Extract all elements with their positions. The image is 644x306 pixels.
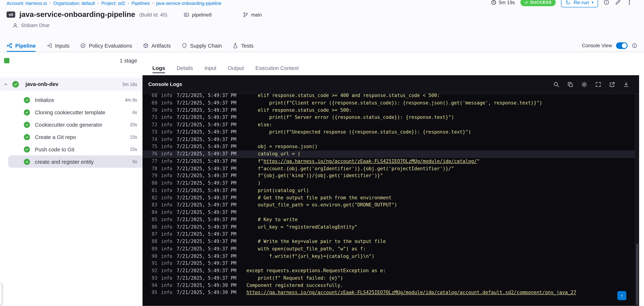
edit-icon[interactable] (615, 0, 621, 5)
collapse-chevron-icon[interactable] (3, 82, 8, 87)
step-create-a-git-repo[interactable]: Create a Git repo15s (0, 131, 142, 143)
log-tab-execution-context[interactable]: Execution Context (256, 65, 299, 75)
pipeline-tag: pipeline8 (184, 12, 212, 18)
log-message: # Get the output file path from the envi… (246, 194, 392, 201)
log-line: 80info7/21/2025, 5:49:37 PM ) (142, 180, 639, 187)
step-push-code-to-git[interactable]: Push code to Git15s (0, 143, 142, 155)
log-tab-details[interactable]: Details (176, 65, 193, 75)
breadcrumb-item-organization-default[interactable]: Organization: default (53, 1, 95, 6)
log-line: 76info7/21/2025, 5:49:37 PM catalog_url … (142, 150, 639, 158)
log-level: info (161, 282, 172, 289)
download-icon[interactable] (623, 81, 629, 87)
log-line: 95info7/21/2025, 5:49:39 PMhttps://qa.ha… (142, 289, 639, 296)
branch[interactable]: main (243, 12, 262, 18)
user-name: Shibam Dhar (21, 23, 50, 28)
success-check-icon (24, 134, 30, 140)
drawer-handle[interactable] (0, 283, 2, 305)
search-icon[interactable] (553, 81, 560, 87)
log-timestamp: 7/21/2025, 5:49:37 PM (176, 267, 236, 274)
tab-pipeline[interactable]: Pipeline (6, 40, 36, 52)
log-message: print(f" Request failed: {e}") (246, 274, 343, 282)
log-tab-output[interactable]: Output (228, 65, 244, 75)
log-line: 82info7/21/2025, 5:49:37 PM # Get the ou… (142, 194, 639, 201)
breadcrumb-item-project-sd2[interactable]: Project: sd2 (101, 1, 125, 6)
log-timestamp: 7/21/2025, 5:49:39 PM (176, 289, 236, 296)
console-view-toggle[interactable] (616, 42, 628, 49)
log-line-number: 76 (142, 150, 157, 158)
rerun-button[interactable]: Re-run ▾ (561, 0, 598, 7)
stage-graph-icon[interactable] (4, 58, 10, 63)
step-cloning-cookiecutter-template[interactable]: Cloning cookiecutter template6s (0, 106, 142, 119)
tab-policy-evaluations[interactable]: Policy Evaluations (80, 40, 132, 52)
log-level: info (161, 252, 172, 260)
log-message: ) (246, 180, 261, 187)
log-level: info (161, 129, 172, 136)
scrollbar-thumb[interactable] (636, 243, 638, 305)
step-duration: 15s (130, 134, 137, 139)
log-level: info (161, 92, 172, 99)
tests-icon (232, 43, 238, 49)
tab-supply-chain[interactable]: Supply Chain (182, 40, 222, 52)
breadcrumb-separator: › (128, 1, 129, 6)
scroll-to-top-button[interactable]: ↑ (617, 291, 626, 300)
copy-icon[interactable] (567, 81, 574, 87)
step-duration: 6s (132, 110, 137, 115)
log-line-number: 93 (142, 274, 157, 282)
step-create-and-register-entity[interactable]: create and register entity5s (8, 155, 142, 168)
log-level: info (161, 180, 172, 187)
tab-label: Pipeline (15, 43, 36, 49)
refresh-icon (566, 0, 571, 5)
tab-artifacts[interactable]: Artifacts (143, 40, 171, 52)
breadcrumb-item-account-harness-io[interactable]: Account: Harness.io (6, 1, 47, 6)
log-line-number: 85 (142, 216, 157, 223)
stage-count: 1 stage (120, 57, 137, 64)
settings-icon[interactable] (581, 81, 587, 87)
log-line: 73info7/21/2025, 5:49:37 PM print(f"Unex… (142, 129, 639, 136)
log-message: output_file_path = os.environ.get("DRONE… (246, 201, 397, 209)
log-timestamp: 7/21/2025, 5:49:37 PM (176, 172, 236, 180)
log-message: f.write(f"{url_key}={catalog_url}\n") (246, 252, 374, 260)
log-line: 93info7/21/2025, 5:49:37 PM print(f" Req… (142, 274, 639, 282)
log-line: 78info7/21/2025, 5:49:37 PM f"account.{o… (142, 165, 639, 172)
console-view-label: Console View (582, 43, 612, 49)
log-line-number: 71 (142, 114, 157, 121)
log-line: 68info7/21/2025, 5:49:37 PM elif respons… (142, 92, 639, 99)
log-message: f"account.{obj.get('orgIdentifier')}.{ob… (246, 165, 454, 172)
content: 1 stage java-onb-dev 5m 16s Initialize4m… (0, 52, 644, 306)
step-initialize[interactable]: Initialize4m 8s (0, 94, 142, 106)
fullscreen-icon[interactable] (595, 81, 601, 87)
log-timestamp: 7/21/2025, 5:49:37 PM (176, 121, 236, 129)
log-message: print(f"Client error ({response.status_c… (246, 99, 542, 107)
log-line: 94info7/21/2025, 5:49:39 PMComponent reg… (142, 282, 639, 289)
more-options-icon[interactable]: ⋮ (626, 0, 632, 5)
step-cookiecutter-code-generator[interactable]: Cookiecutter code generator20s (0, 119, 142, 131)
log-link[interactable]: https://qa.harness.io/ng/account/zEaak-F… (246, 290, 576, 295)
log-timestamp: 7/21/2025, 5:49:37 PM (176, 252, 236, 260)
build-id: (Build Id: 45) (140, 12, 167, 18)
console-view-info-icon[interactable] (632, 43, 638, 49)
log-tab-input[interactable]: Input (204, 65, 216, 75)
scrollbar[interactable] (635, 94, 639, 306)
tab-inputs[interactable]: Inputs (46, 40, 70, 52)
open-in-new-icon[interactable] (609, 81, 615, 87)
breadcrumb-separator: › (50, 1, 51, 6)
log-message: with open(output_file_path, "w") as f: (246, 245, 366, 252)
log-timestamp: 7/21/2025, 5:49:37 PM (176, 114, 236, 121)
log-link[interactable]: https://qa.harness.io/ng/account/zEaak-F… (264, 158, 477, 164)
log-timestamp: 7/21/2025, 5:49:37 PM (176, 194, 236, 201)
log-line-number: 82 (142, 194, 157, 201)
log-line-number: 77 (142, 158, 157, 165)
log-tab-logs[interactable]: Logs (152, 65, 165, 75)
log-line: 85info7/21/2025, 5:49:37 PM # Key to wri… (142, 216, 639, 223)
log-message: print(f" Server error ({response.status_… (246, 114, 454, 121)
log-line: 72info7/21/2025, 5:49:37 PM else: (142, 121, 639, 129)
breadcrumb-item-java-service-onboarding-pipeline[interactable]: java-service-onboarding-pipeline (156, 1, 222, 6)
stage-row[interactable]: java-onb-dev 5m 16s (0, 78, 142, 91)
tab-tests[interactable]: Tests (232, 40, 254, 52)
log-line: 71info7/21/2025, 5:49:37 PM print(f" Ser… (142, 114, 639, 121)
info-icon[interactable] (603, 0, 610, 5)
log-timestamp: 7/21/2025, 5:49:37 PM (176, 180, 236, 187)
step-duration: 4m 8s (125, 97, 137, 102)
log-line: 89info7/21/2025, 5:49:37 PM with open(ou… (142, 245, 639, 252)
breadcrumb-item-pipelines[interactable]: Pipelines (132, 1, 150, 6)
